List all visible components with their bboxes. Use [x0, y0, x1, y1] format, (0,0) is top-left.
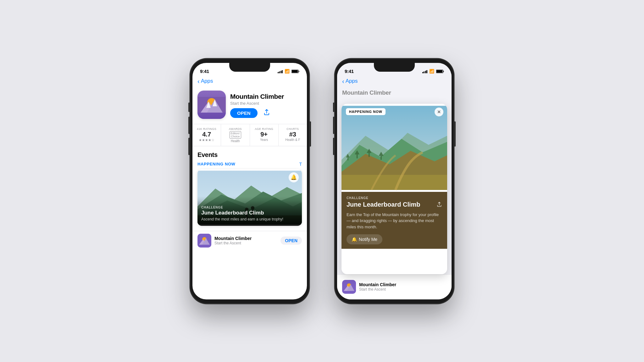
app-icon-1: [197, 91, 226, 119]
back-label-2: Apps: [346, 78, 358, 84]
mini-app-icon-2: [342, 280, 356, 294]
back-label-1: Apps: [201, 78, 213, 84]
wifi-icon-1: 📶: [285, 69, 290, 74]
notch-2: [374, 63, 415, 72]
rating-cell-chart: CHARTS #3 Health & F: [279, 124, 307, 146]
events-section-header: Events: [192, 151, 307, 160]
mini-app-sub-1: Start the Ascent: [214, 241, 277, 245]
event-image-1: 🔔 CHALLENGE June Leaderboard Climb Ascen…: [197, 169, 302, 226]
rating-cell-age: AGE RATING 9+ Years: [250, 124, 279, 146]
phone-2: 9:41 📶: [335, 58, 454, 304]
chevron-left-icon-2: ‹: [342, 78, 344, 84]
share-icon-1[interactable]: [263, 109, 270, 117]
phone-1: 9:41 📶: [190, 58, 309, 304]
mini-app-info-1: Mountain Climber Start the Ascent: [214, 236, 277, 245]
svg-rect-36: [341, 175, 447, 190]
chevron-left-icon-1: ‹: [197, 78, 200, 84]
svg-rect-30: [443, 71, 444, 72]
signal-icon-1: [278, 70, 283, 73]
app-subtitle-1: Start the Ascent: [230, 101, 302, 106]
status-icons-2: 📶: [422, 69, 444, 74]
open-button-1[interactable]: OPEN: [230, 108, 258, 118]
app-name-1: Mountain Climber: [230, 92, 302, 100]
event-desc-1: Ascend the most miles and earn a unique …: [201, 217, 298, 222]
svg-rect-41: [380, 155, 382, 159]
ratings-row-1: 41K RATINGS 4.7 ★★★★☆ AWARDS Editors'Cho…: [192, 124, 307, 146]
mini-app-name-2: Mountain Climber: [359, 282, 447, 287]
app-info-1: Mountain Climber Start the Ascent OPEN: [230, 91, 302, 118]
svg-rect-2: [292, 70, 298, 73]
overlay-share-icon[interactable]: [436, 201, 442, 209]
phones-container: 9:41 📶: [190, 58, 454, 304]
close-button-overlay[interactable]: ✕: [435, 108, 443, 116]
awards-sub: Health: [224, 139, 247, 143]
event-overlay-card[interactable]: HAPPENING NOW ✕ CHALLENGE June Leaderboa…: [341, 104, 447, 274]
event-info-1: CHALLENGE June Leaderboard Climb Ascend …: [197, 196, 302, 226]
age-value: 9+: [253, 131, 276, 137]
nav-bar-1: ‹ Apps: [192, 77, 307, 87]
mini-app-info-2: Mountain Climber Start the Ascent: [359, 282, 447, 292]
app-header-1: Mountain Climber Start the Ascent OPEN: [192, 87, 307, 124]
bottom-app-row-1: Mountain Climber Start the Ascent OPEN: [192, 231, 307, 250]
event-title-1: June Leaderboard Climb: [201, 210, 298, 216]
mini-app-icon-1: [197, 234, 211, 248]
notch-1: [229, 63, 270, 72]
overlay-content: CHALLENGE June Leaderboard Climb Earn th…: [341, 192, 447, 249]
chart-sub: Health & F: [281, 138, 304, 142]
mini-app-sub-2: Start the Ascent: [359, 287, 447, 292]
phone2-bg-title: Mountain Climber: [337, 87, 452, 99]
svg-rect-39: [369, 152, 370, 157]
chart-value: #3: [281, 131, 304, 137]
bell-icon-notify: 🔔: [352, 237, 357, 242]
bell-button-1[interactable]: 🔔: [289, 172, 299, 182]
event-card-1[interactable]: 🔔 CHALLENGE June Leaderboard Climb Ascen…: [197, 169, 302, 226]
stars-1: ★★★★☆: [195, 138, 218, 142]
rating-value-1: 4.7: [195, 131, 218, 137]
battery-icon-1: [291, 70, 299, 73]
overlay-title-row: June Leaderboard Climb: [347, 201, 442, 209]
app-actions-1: OPEN: [230, 108, 302, 118]
ratings-count-label: 41K RATINGS: [195, 127, 218, 131]
age-label: AGE RATING: [253, 127, 276, 131]
awards-label: AWARDS: [224, 127, 247, 131]
wifi-icon-2: 📶: [429, 69, 434, 74]
notify-me-label: Notify Me: [359, 237, 377, 242]
phone-2-screen: 9:41 📶: [337, 63, 452, 299]
overlay-badge: HAPPENING NOW: [346, 108, 386, 115]
status-time-1: 9:41: [200, 69, 209, 74]
back-button-2[interactable]: ‹ Apps: [342, 78, 358, 84]
chart-label: CHARTS: [281, 127, 304, 131]
rating-cell-score: 41K RATINGS 4.7 ★★★★☆: [192, 124, 221, 146]
events-sub-header: HAPPENING NOW T: [192, 160, 307, 169]
svg-rect-31: [436, 70, 442, 73]
overlay-hero: HAPPENING NOW ✕: [341, 104, 447, 192]
overlay-event-title: June Leaderboard Climb: [347, 201, 434, 208]
rating-cell-awards: AWARDS Editors'Choice Health: [221, 124, 250, 146]
event-type-1: CHALLENGE: [201, 206, 298, 209]
notify-me-button[interactable]: 🔔 Notify Me: [347, 234, 382, 244]
svg-rect-37: [357, 154, 358, 158]
editors-choice: Editors'Choice: [224, 131, 247, 139]
back-button-1[interactable]: ‹ Apps: [197, 78, 213, 84]
age-sub: Years: [253, 138, 276, 142]
events-title: Events: [197, 151, 302, 159]
mini-app-name-1: Mountain Climber: [214, 236, 277, 241]
overlay-event-desc: Earn the Top of the Mountain trophy for …: [347, 212, 442, 230]
status-time-2: 9:41: [345, 69, 354, 74]
svg-rect-1: [299, 71, 299, 72]
overlay-event-type: CHALLENGE: [347, 196, 442, 200]
battery-icon-2: [436, 70, 444, 73]
signal-icon-2: [422, 70, 428, 73]
status-icons-1: 📶: [278, 69, 300, 74]
mini-open-button-1[interactable]: OPEN: [280, 237, 302, 245]
phone2-bottom-row: Mountain Climber Start the Ascent: [337, 274, 452, 299]
see-all-label-1[interactable]: T: [299, 162, 302, 167]
happening-now-label-1: HAPPENING NOW: [197, 162, 235, 167]
phone-1-screen: 9:41 📶: [192, 63, 307, 299]
nav-bar-2: ‹ Apps: [337, 77, 452, 87]
